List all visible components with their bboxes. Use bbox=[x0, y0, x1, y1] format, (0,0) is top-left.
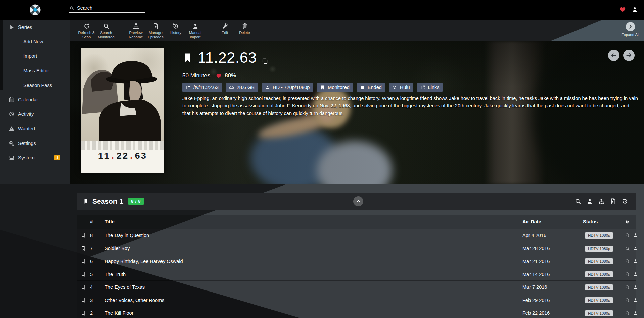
bookmark-outline-icon[interactable] bbox=[81, 310, 86, 316]
sidebar-item[interactable]: Series bbox=[0, 20, 70, 34]
arrow-left-icon[interactable] bbox=[608, 50, 619, 61]
sidebar-item[interactable]: System 1 bbox=[0, 151, 70, 165]
arrow-right-icon[interactable] bbox=[623, 50, 635, 61]
search-icon[interactable] bbox=[625, 285, 630, 290]
episode-number: 6 bbox=[90, 259, 105, 264]
sidebar-item[interactable]: Calendar bbox=[0, 92, 70, 107]
episode-title[interactable]: Soldier Boy bbox=[105, 246, 522, 251]
episode-air-date: Mar 28 2016 bbox=[522, 246, 583, 251]
manual-import-icon[interactable] bbox=[633, 285, 638, 290]
episode-row[interactable]: 4 The Eyes of Texas Mar 7 2016 HDTV-1080… bbox=[77, 281, 636, 294]
info-badge-label: Links bbox=[428, 85, 440, 90]
toolbar-button[interactable]: Delete bbox=[235, 20, 255, 41]
episode-title[interactable]: The Kill Floor bbox=[105, 310, 522, 316]
info-badge[interactable]: 28.6 GB bbox=[226, 83, 258, 92]
sitemap-icon[interactable] bbox=[598, 198, 605, 205]
episode-status-badge: HDTV-1080p bbox=[585, 232, 613, 238]
info-badge[interactable]: Links bbox=[417, 83, 443, 92]
episode-title[interactable]: The Day in Question bbox=[105, 233, 522, 238]
season-tools bbox=[574, 198, 628, 205]
episode-status-badge: HDTV-1080p bbox=[585, 271, 613, 277]
toolbar-button[interactable]: Search Monitored bbox=[96, 20, 116, 41]
episode-row[interactable]: 2 The Kill Floor Feb 22 2016 HDTV-1080p bbox=[77, 307, 636, 318]
search-input[interactable] bbox=[77, 5, 145, 11]
season-title: Season 1 bbox=[92, 197, 123, 205]
sidebar-item[interactable]: Mass Editor bbox=[0, 63, 70, 78]
toolbar-button[interactable]: Refresh & Scan bbox=[77, 20, 96, 41]
info-badge[interactable]: Hulu bbox=[389, 83, 413, 92]
expand-all-button[interactable]: Expand All bbox=[622, 22, 639, 37]
episode-number: 3 bbox=[90, 298, 105, 303]
sidebar-item[interactable]: Add New bbox=[0, 34, 70, 49]
series-title-row: 11.22.63 bbox=[182, 50, 268, 65]
sidebar-item[interactable]: Activity bbox=[0, 107, 70, 121]
history-icon[interactable] bbox=[622, 198, 628, 205]
search-icon[interactable] bbox=[625, 259, 630, 264]
info-badge[interactable]: Monitored bbox=[317, 83, 353, 92]
manual-import-icon[interactable] bbox=[633, 259, 638, 264]
play-icon bbox=[9, 24, 15, 30]
toolbar-button[interactable]: Manage Episodes bbox=[146, 20, 166, 41]
sidebar-item[interactable]: Wanted bbox=[0, 121, 70, 136]
search-icon[interactable] bbox=[625, 272, 630, 277]
filevideo-icon[interactable] bbox=[610, 198, 616, 205]
toolbar-button[interactable]: Manual Import bbox=[185, 20, 205, 41]
info-badge[interactable]: HD - 720p/1080p bbox=[262, 83, 313, 92]
bookmark-icon[interactable] bbox=[83, 198, 89, 205]
info-badge-label: HD - 720p/1080p bbox=[273, 85, 310, 90]
info-badge[interactable]: /tv/11.22.63 bbox=[182, 83, 222, 92]
episode-status-badge: HDTV-1080p bbox=[585, 258, 613, 264]
user-account-icon[interactable] bbox=[632, 6, 638, 13]
season-header[interactable]: Season 1 8 / 8 bbox=[77, 193, 636, 210]
clock-icon bbox=[9, 111, 15, 117]
episode-title[interactable]: Happy Birthday, Lee Harvey Oswald bbox=[105, 259, 522, 264]
bookmark-outline-icon[interactable] bbox=[81, 245, 86, 252]
bookmark-outline-icon[interactable] bbox=[81, 297, 86, 303]
bookmark-outline-icon[interactable] bbox=[81, 271, 86, 277]
gear-icon[interactable] bbox=[625, 219, 630, 224]
episode-row[interactable]: 3 Other Voices, Other Rooms Feb 29 2016 … bbox=[77, 294, 636, 307]
search-icon[interactable] bbox=[625, 233, 630, 238]
episode-row[interactable]: 6 Happy Birthday, Lee Harvey Oswald Mar … bbox=[77, 255, 636, 268]
sidebar-item[interactable]: Import bbox=[0, 49, 70, 63]
episode-row[interactable]: 7 Soldier Boy Mar 28 2016 HDTV-1080p bbox=[77, 242, 636, 255]
manual-import-icon[interactable] bbox=[633, 311, 638, 316]
episode-status-badge: HDTV-1080p bbox=[585, 246, 613, 252]
toolbar-button[interactable]: History bbox=[166, 20, 185, 41]
search-icon[interactable] bbox=[625, 246, 630, 251]
bookmark-outline-icon[interactable] bbox=[81, 258, 86, 264]
donate-heart-icon[interactable] bbox=[619, 6, 626, 13]
episode-title[interactable]: The Eyes of Texas bbox=[105, 284, 522, 290]
sidebar-scrollbar[interactable] bbox=[0, 20, 3, 90]
chevron-up-icon[interactable] bbox=[353, 196, 363, 206]
bookmark-outline-icon[interactable] bbox=[81, 232, 86, 238]
laptop-icon bbox=[9, 155, 15, 161]
search-icon[interactable] bbox=[625, 298, 630, 303]
bookmark-outline-icon[interactable] bbox=[81, 284, 86, 290]
info-badge-label: Monitored bbox=[328, 85, 349, 90]
external-icon bbox=[420, 85, 425, 90]
episode-title[interactable]: Other Voices, Other Rooms bbox=[105, 298, 522, 303]
episode-air-date: Feb 29 2016 bbox=[522, 298, 583, 303]
user-icon[interactable] bbox=[586, 198, 593, 205]
sonarr-logo-icon[interactable] bbox=[29, 4, 41, 16]
bookmark-icon[interactable] bbox=[182, 51, 193, 65]
manual-import-icon[interactable] bbox=[633, 233, 638, 238]
search-icon[interactable] bbox=[625, 311, 630, 316]
episode-title[interactable]: The Truth bbox=[105, 272, 522, 277]
bookmark-icon bbox=[320, 85, 325, 90]
manual-import-icon[interactable] bbox=[633, 298, 638, 303]
episode-row[interactable]: 5 The Truth Mar 14 2016 HDTV-1080p bbox=[77, 268, 636, 281]
manual-import-icon[interactable] bbox=[633, 246, 638, 251]
sidebar-item[interactable]: Season Pass bbox=[0, 78, 70, 92]
sidebar-item[interactable]: Settings bbox=[0, 136, 70, 150]
toolbar-button[interactable]: Edit bbox=[215, 20, 235, 41]
info-badge[interactable]: Ended bbox=[357, 83, 385, 92]
toolbar-button[interactable]: Preview Rename bbox=[126, 20, 146, 41]
episode-row[interactable]: 8 The Day in Question Apr 4 2016 HDTV-10… bbox=[77, 229, 636, 242]
manual-import-icon[interactable] bbox=[633, 272, 638, 277]
search-icon[interactable] bbox=[574, 198, 581, 205]
copy-icon[interactable] bbox=[262, 58, 268, 64]
refresh-icon bbox=[83, 23, 90, 30]
col-number: # bbox=[90, 219, 105, 224]
